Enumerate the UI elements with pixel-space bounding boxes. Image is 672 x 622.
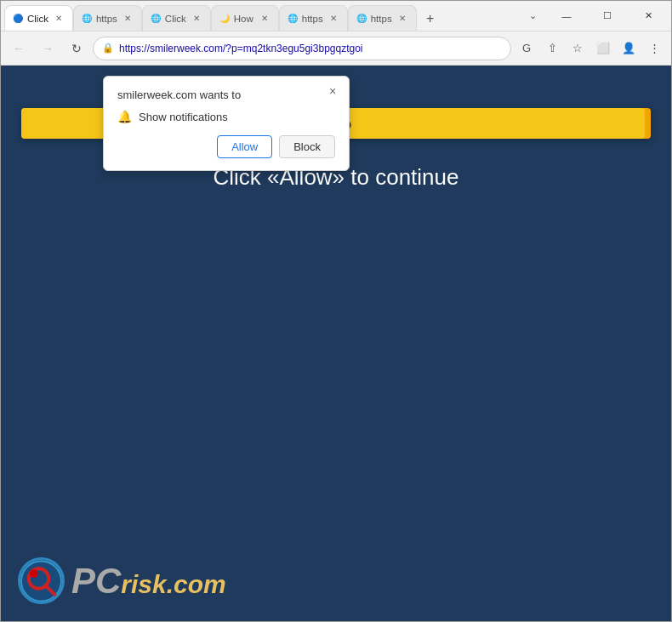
- tab-2[interactable]: 🌐 https ✕: [73, 5, 142, 31]
- tab-1-icon: 🔵: [12, 13, 24, 25]
- address-bar[interactable]: 🔒 https://smilerweek.com/?p=mq2tkn3egu5g…: [93, 37, 511, 60]
- tab-4-title: How: [234, 14, 254, 24]
- pcrisk-logo-icon: [18, 557, 65, 604]
- menu-icon[interactable]: ⋮: [642, 37, 666, 60]
- notification-popup: × smilerweek.com wants to 🔔 Show notific…: [103, 76, 350, 171]
- tab-overflow-button[interactable]: ⌄: [520, 3, 545, 29]
- url-text: https://smilerweek.com/?p=mq2tkn3egu5gi3…: [119, 43, 502, 54]
- tab-3-title: Click: [165, 14, 186, 24]
- tab-4[interactable]: 🌙 How ✕: [211, 5, 279, 31]
- browser-frame: 🔵 Click ✕ 🌐 https ✕ 🌐 Click ✕ 🌙 How ✕ 🌐: [1, 1, 671, 621]
- profile-icon[interactable]: 👤: [617, 37, 641, 60]
- window-controls: ⌄ — ☐ ✕: [520, 1, 668, 31]
- tab-3[interactable]: 🌐 Click ✕: [142, 5, 211, 31]
- tab-3-close[interactable]: ✕: [190, 12, 203, 26]
- logo-pc: PC: [71, 561, 121, 601]
- block-button[interactable]: Block: [279, 135, 335, 158]
- tab-1-close[interactable]: ✕: [52, 12, 65, 26]
- popup-item-label: Show notifications: [139, 111, 228, 123]
- tabs-area: 🔵 Click ✕ 🌐 https ✕ 🌐 Click ✕ 🌙 How ✕ 🌐: [4, 1, 516, 31]
- logo-risk: risk: [121, 570, 166, 598]
- tab-6-icon: 🌐: [356, 13, 367, 25]
- new-tab-button[interactable]: +: [419, 7, 442, 31]
- page-content: × smilerweek.com wants to 🔔 Show notific…: [1, 66, 671, 621]
- tab-5[interactable]: 🌐 https ✕: [279, 5, 348, 31]
- popup-row: 🔔 Show notifications: [117, 110, 335, 123]
- google-apps-icon[interactable]: G: [515, 37, 538, 60]
- tab-5-icon: 🌐: [287, 13, 299, 25]
- tab-6[interactable]: 🌐 https ✕: [348, 5, 417, 31]
- tab-6-close[interactable]: ✕: [396, 12, 409, 26]
- tab-2-close[interactable]: ✕: [121, 12, 134, 26]
- tab-6-title: https: [371, 14, 392, 24]
- tab-1[interactable]: 🔵 Click ✕: [4, 5, 73, 31]
- nav-actions: G ⇧ ☆ ⬜ 👤 ⋮: [515, 37, 666, 60]
- tab-5-title: https: [302, 14, 323, 24]
- share-icon[interactable]: ⇧: [540, 37, 564, 60]
- tab-1-title: Click: [27, 14, 48, 24]
- minimize-button[interactable]: —: [547, 1, 586, 31]
- title-bar: 🔵 Click ✕ 🌐 https ✕ 🌐 Click ✕ 🌙 How ✕ 🌐: [1, 1, 671, 31]
- tab-3-icon: 🌐: [150, 13, 162, 25]
- tab-4-icon: 🌙: [219, 13, 231, 25]
- logo-com: .com: [167, 570, 226, 598]
- extension-icon[interactable]: ⬜: [591, 37, 615, 60]
- maximize-button[interactable]: ☐: [588, 1, 627, 31]
- forward-button[interactable]: →: [35, 36, 60, 61]
- tab-4-close[interactable]: ✕: [258, 12, 271, 26]
- reload-button[interactable]: ↻: [64, 36, 89, 61]
- popup-buttons: Allow Block: [117, 135, 335, 158]
- back-button[interactable]: ←: [6, 36, 31, 61]
- bookmark-icon[interactable]: ☆: [566, 37, 589, 60]
- bell-icon: 🔔: [117, 110, 132, 123]
- logo-area: PCrisk.com: [18, 557, 226, 604]
- popup-close-button[interactable]: ×: [325, 83, 340, 99]
- popup-title: smilerweek.com wants to: [117, 88, 322, 101]
- tab-2-title: https: [96, 14, 117, 24]
- lock-icon: 🔒: [102, 43, 114, 54]
- pcrisk-logo-text: PCrisk.com: [71, 561, 226, 602]
- close-button[interactable]: ✕: [629, 1, 668, 31]
- nav-bar: ← → ↻ 🔒 https://smilerweek.com/?p=mq2tkn…: [1, 31, 671, 66]
- tab-2-icon: 🌐: [81, 13, 93, 25]
- tab-5-close[interactable]: ✕: [327, 12, 340, 26]
- allow-button[interactable]: Allow: [217, 135, 272, 158]
- svg-point-3: [30, 569, 38, 578]
